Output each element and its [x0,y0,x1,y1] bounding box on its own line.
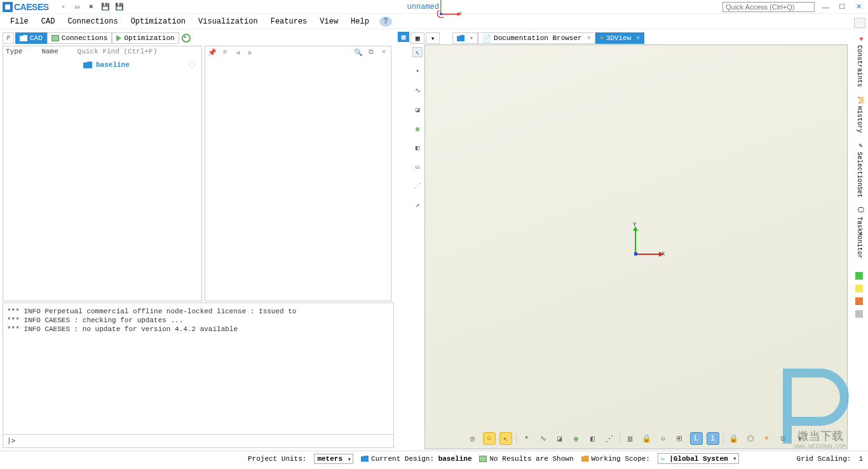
menu-help[interactable]: Help [344,15,376,28]
parameter-button[interactable]: P [3,32,14,44]
export-tool-icon[interactable]: ↗ [412,200,423,210]
right-strip: 🔻Constraints 📜History ✎SelectionSet 🖵Tas… [850,29,868,451]
tree-col-type: Type [6,48,22,55]
dimension-tool-icon[interactable]: ⋰ [412,180,423,191]
transform-tool-icon[interactable]: ◧ [412,142,423,153]
doc-icon: 📄 [482,34,491,43]
vbt-more-icon[interactable]: ▾ [794,432,806,445]
pin-icon[interactable]: 📌 [208,48,217,57]
tab-optimization[interactable]: Optimization [112,32,179,44]
console-input[interactable]: |> [3,434,393,447]
dropdown-icon[interactable]: ▾ [470,34,473,42]
console-line: *** INFO CAESES : checking for updates .… [7,316,390,325]
menu-optimization[interactable]: Optimization [125,15,192,28]
vbt-edge-icon[interactable]: ◧ [587,432,599,445]
open-icon[interactable]: ▭ [73,3,82,11]
panel-close-icon[interactable]: × [379,48,388,57]
strip-taskmonitor[interactable]: 🖵TaskMonitor [853,203,865,262]
console-panel: *** INFO Perpetual commercial offline no… [3,302,394,448]
selection-icon: ✎ [855,142,864,151]
view-tab-3dview[interactable]: ⌖ 3DView × [595,32,645,44]
vbt-lock-icon[interactable]: 🔒 [641,432,653,445]
logo-icon [3,2,13,12]
menu-visualization[interactable]: Visualization [192,15,264,28]
color-gray[interactable] [855,310,863,318]
point-tool-icon[interactable]: • [412,66,423,76]
view-tab-docbrowser[interactable]: 📄 Documentation Browser × [478,32,595,44]
console-line: *** INFO Perpetual commercial offline no… [7,307,390,316]
titlebar: CAESES ▫ ▭ ✖ 💾 💾 unnamed — ☐ ✕ [0,0,868,14]
help-icon[interactable]: ? [379,17,392,27]
minimize-button[interactable]: — [820,3,831,11]
statusbar: Project Units: meters Current Design: ba… [0,451,868,466]
nav-back-icon[interactable]: ◀ [233,48,242,57]
panel-dropdown-icon[interactable]: ▾ [426,32,440,44]
color-green[interactable] [855,272,863,280]
vbt-snap-icon[interactable]: ⊡ [777,432,790,445]
panel-layout-icon[interactable]: ▦ [410,32,424,44]
properties-panel: 📌 ≡ ◀ ▶ 🔍 ⧉ × [205,46,391,301]
coord-select[interactable]: ⌙ |Global System [658,453,739,464]
close-icon[interactable]: ✖ [87,3,96,11]
strip-constraints[interactable]: 🔻Constraints [853,32,865,90]
close-button[interactable]: ✕ [853,3,864,11]
maximize-button[interactable]: ☐ [836,3,848,11]
surface-tool-icon[interactable]: ◪ [412,104,423,114]
tool-box-icon[interactable]: ▦ [398,32,409,42]
play-icon [116,35,121,41]
3d-viewport[interactable]: YX YX ◎ ○ ↖ • ∿ ◪ ◉ ◧ [424,44,848,449]
vbt-cursor-icon[interactable]: ↖ [499,432,512,445]
cursor-tool-icon[interactable]: ↖ [412,47,423,57]
mesh-tool-icon[interactable]: ▭ [412,161,423,172]
vbt-iso-icon[interactable]: ⬡ [744,432,757,445]
vbt-shield-icon[interactable]: ⛨ [674,432,686,445]
vbt-surface-icon[interactable]: ◪ [553,432,566,445]
vbt-curve-icon[interactable]: ∿ [537,432,550,445]
units-select[interactable]: meters [314,454,353,464]
menu-view[interactable]: View [313,15,344,28]
vbt-grid-icon[interactable]: ▥ [624,432,637,445]
tab-close-icon[interactable]: × [587,35,591,42]
axis-icon: ⌖ [600,34,604,42]
vbt-pad-icon[interactable]: 🔒 [728,432,740,445]
vbt-coordsys-icon[interactable]: L [690,432,703,445]
view-tab-folder[interactable]: ▾ [452,32,478,44]
new-icon[interactable]: ▫ [59,3,68,11]
nav-fwd-icon[interactable]: ▶ [246,48,255,57]
vbt-info-icon[interactable]: i [707,432,719,445]
menu-cad[interactable]: CAD [35,15,62,28]
tab-close-icon[interactable]: × [636,35,640,42]
vbt-fit-icon[interactable]: ◎ [466,432,479,445]
strip-selectionset[interactable]: ✎SelectionSet [853,139,865,201]
tree-panel: Type Name Quick Find (Ctrl+F) baseline [3,46,202,301]
vbt-solid-icon[interactable]: ◉ [570,432,583,445]
run-icon[interactable] [182,34,191,43]
curve-tool-icon[interactable]: ∿ [412,85,423,95]
perspective-button[interactable] [854,18,865,28]
vbt-select-icon[interactable]: ○ [483,432,496,445]
tree-quickfind[interactable]: Quick Find (Ctrl+F) [78,48,157,55]
title-toolbar: ▫ ▭ ✖ 💾 💾 [59,3,124,11]
menu-file[interactable]: File [4,15,35,28]
tab-connections[interactable]: Connections [47,32,112,44]
save-icon[interactable]: 💾 [101,3,110,11]
vbt-light-icon[interactable]: ☼ [657,432,670,445]
vbt-axes-icon[interactable]: ⌖ [761,432,773,445]
list-icon[interactable]: ≡ [220,48,229,57]
solid-tool-icon[interactable]: ◉ [412,123,423,133]
strip-history[interactable]: 📜History [853,93,865,136]
tree-item-baseline[interactable]: baseline [6,60,199,70]
zoom-icon[interactable]: 🔍 [354,48,363,57]
folder-icon [457,35,465,41]
quick-access-input[interactable] [722,2,815,12]
tab-cad[interactable]: CAD [15,32,47,44]
color-orange[interactable] [855,297,863,305]
saveas-icon[interactable]: 💾 [115,3,124,11]
vbt-dim-icon[interactable]: ⋰ [603,432,616,445]
copy-icon[interactable]: ⧉ [367,48,376,57]
color-yellow[interactable] [855,285,863,292]
vbt-point-icon[interactable]: • [520,432,533,445]
folder-icon [20,35,27,41]
menu-features[interactable]: Features [264,15,314,28]
menu-connections[interactable]: Connections [61,15,124,28]
